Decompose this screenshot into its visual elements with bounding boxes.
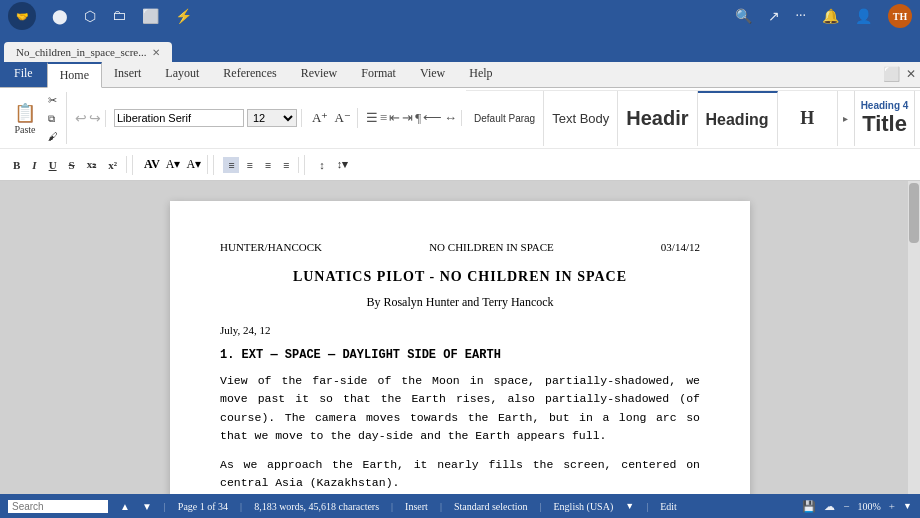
style-heading[interactable]: Heading: [698, 91, 778, 146]
superscript-button[interactable]: x²: [103, 157, 122, 173]
folder-icon[interactable]: 🗀: [112, 8, 126, 24]
copy-button[interactable]: ⧉: [44, 111, 62, 127]
style-title-label[interactable]: Title: [862, 111, 907, 137]
selection-label: Standard selection: [454, 501, 528, 512]
language-dropdown-icon[interactable]: ▼: [625, 501, 634, 511]
layout-tab[interactable]: Layout: [153, 62, 211, 87]
tab-bar: No_children_in_space_scre... ✕: [0, 32, 920, 62]
underline-button[interactable]: U: [44, 157, 62, 173]
file-tab[interactable]: File: [0, 62, 47, 87]
document-tab[interactable]: No_children_in_space_scre... ✕: [4, 42, 172, 62]
share-icon[interactable]: ↗: [768, 8, 780, 25]
avatar[interactable]: TH: [888, 4, 912, 28]
style-h4-label[interactable]: Heading 4: [861, 100, 909, 111]
document-page: HUNTER/HANCOCK NO CHILDREN IN SPACE 03/1…: [170, 201, 750, 494]
view-tab[interactable]: View: [408, 62, 457, 87]
bolt-icon[interactable]: ⚡: [175, 8, 192, 25]
profile-icon[interactable]: 👤: [855, 8, 872, 25]
format-buttons-group: B I U S x₂ x²: [4, 156, 127, 173]
status-right-group: 💾 ☁ − 100% + ▼: [802, 500, 912, 513]
style-heading-abbr[interactable]: H: [778, 91, 838, 146]
zoom-out-icon[interactable]: −: [843, 500, 849, 512]
references-tab[interactable]: References: [211, 62, 288, 87]
undo-button[interactable]: ↩: [75, 110, 87, 127]
font-size-select[interactable]: 12: [247, 109, 297, 127]
redo-button[interactable]: ↪: [89, 110, 101, 127]
zoom-dropdown-icon[interactable]: ▼: [903, 501, 912, 511]
document-author: By Rosalyn Hunter and Terry Hancock: [220, 295, 700, 310]
status-divider-4: |: [440, 501, 442, 512]
align-center-button[interactable]: ≡: [241, 157, 257, 173]
status-divider-2: |: [240, 501, 242, 512]
style-scroll-right[interactable]: ▸: [838, 91, 854, 146]
scene-heading: 1. EXT — SPACE — DAYLIGHT SIDE OF EARTH: [220, 348, 700, 362]
outdent-button[interactable]: ⇤: [389, 110, 400, 126]
style-default-paragraph[interactable]: Default Parag: [466, 91, 544, 146]
scrollbar-thumb[interactable]: [909, 183, 919, 243]
subscript-button[interactable]: x₂: [82, 156, 102, 173]
zoom-level: 100%: [858, 501, 881, 512]
close-ribbon-icon[interactable]: ✕: [906, 67, 916, 82]
paste-icon: 📋: [14, 102, 36, 124]
tab-close-icon[interactable]: ✕: [152, 47, 160, 58]
line-spacing-button[interactable]: ↕: [314, 157, 330, 173]
paste-label: Paste: [14, 124, 35, 135]
text-highlight-button[interactable]: A▾: [184, 155, 203, 174]
align-left-button[interactable]: ≡: [223, 157, 239, 173]
indent-button[interactable]: ⇥: [402, 110, 413, 126]
home-tab[interactable]: Home: [47, 62, 102, 88]
align-center-button2[interactable]: ↔: [444, 110, 457, 126]
word-count: 8,183 words, 45,618 characters: [254, 501, 379, 512]
font-color-button[interactable]: AV: [142, 155, 162, 174]
ribbon-tab-bar: File Home Insert Layout References Revie…: [0, 62, 920, 88]
notification-icon[interactable]: 🔔: [822, 8, 839, 25]
paste-button[interactable]: 📋 Paste: [8, 100, 42, 137]
image-icon[interactable]: ⬜: [142, 8, 159, 25]
help-tab[interactable]: Help: [457, 62, 504, 87]
toolbar-row2: B I U S x₂ x² AV A▾ A▾ ≡ ≡ ≡ ≡ ↕ ↕▾: [0, 148, 920, 180]
sidebar-toggle-icon[interactable]: ⬜: [883, 66, 900, 83]
align-justify-button[interactable]: ≡: [278, 157, 294, 173]
paragraph-spacing-button[interactable]: ↕▾: [332, 156, 354, 173]
cut-button[interactable]: ✂: [44, 92, 62, 109]
style-heading-big[interactable]: Headir: [618, 91, 697, 146]
more-icon[interactable]: ···: [796, 8, 807, 24]
decrease-font-button[interactable]: A⁻: [332, 108, 352, 128]
paragraph-marks-button[interactable]: ¶: [415, 110, 421, 126]
nav-next-icon[interactable]: ▼: [142, 501, 152, 512]
home-icon[interactable]: ⬤: [52, 8, 68, 25]
increase-font-button[interactable]: A⁺: [310, 108, 330, 128]
shape-icon[interactable]: ⬡: [84, 8, 96, 25]
align-right-button[interactable]: ≡: [260, 157, 276, 173]
highlight-button[interactable]: A▾: [164, 155, 183, 174]
format-tab[interactable]: Format: [349, 62, 408, 87]
body-paragraph-2: As we approach the Earth, it nearly fill…: [220, 456, 700, 493]
italic-button[interactable]: I: [27, 157, 41, 173]
align-left-button2[interactable]: ⟵: [423, 110, 442, 126]
insert-label[interactable]: Insert: [405, 501, 428, 512]
save-status-icon[interactable]: 💾: [802, 500, 816, 513]
list-number-button[interactable]: ≡: [380, 110, 387, 126]
vertical-scrollbar[interactable]: [908, 181, 920, 494]
nav-prev-icon[interactable]: ▲: [120, 501, 130, 512]
review-tab[interactable]: Review: [289, 62, 350, 87]
font-name-input[interactable]: [114, 109, 244, 127]
align-group: ≡ ≡ ≡ ≡: [219, 157, 299, 173]
style-text-body[interactable]: Text Body: [544, 91, 618, 146]
language-label[interactable]: English (USA): [554, 501, 614, 512]
zoom-in-icon[interactable]: +: [889, 500, 895, 512]
status-divider-1: |: [164, 501, 166, 512]
font-color-group: AV A▾ A▾: [138, 155, 208, 174]
bold-button[interactable]: B: [8, 157, 25, 173]
strikethrough-button[interactable]: S: [64, 157, 80, 173]
cloud-icon[interactable]: ☁: [824, 500, 835, 513]
style-subtitle[interactable]: Subtitle: [915, 91, 920, 146]
divider-3: [304, 155, 305, 175]
list-bullet-button[interactable]: ☰: [366, 110, 378, 126]
search-icon[interactable]: 🔍: [735, 8, 752, 25]
search-input[interactable]: [8, 500, 108, 513]
format-painter-button[interactable]: 🖌: [44, 129, 62, 144]
app-logo: 🤝: [8, 2, 36, 30]
insert-tab[interactable]: Insert: [102, 62, 153, 87]
status-divider-3: |: [391, 501, 393, 512]
